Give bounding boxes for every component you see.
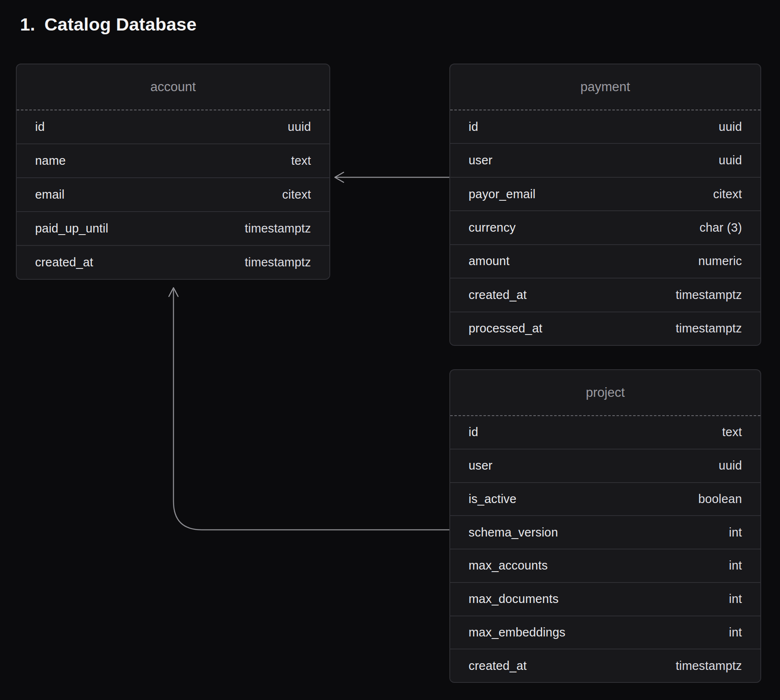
field-row[interactable]: schema_version int <box>450 515 760 549</box>
page-title-text: Catalog Database <box>44 14 196 35</box>
field-row[interactable]: id text <box>450 416 760 449</box>
diagram-canvas: 1. Catalog Database account id uuid name… <box>0 0 780 700</box>
field-row[interactable]: user uuid <box>450 449 760 482</box>
field-row[interactable]: created_at timestamptz <box>450 649 760 682</box>
field-type: int <box>729 559 742 572</box>
table-rows-payment: id uuid user uuid payor_email citext cur… <box>450 110 760 345</box>
field-type: int <box>729 592 742 606</box>
field-name: max_documents <box>469 592 558 606</box>
table-header-account[interactable]: account <box>17 64 329 110</box>
field-type: text <box>291 154 311 168</box>
field-type: timestamptz <box>675 659 742 673</box>
field-name: currency <box>469 221 516 235</box>
field-row[interactable]: is_active boolean <box>450 482 760 516</box>
field-row[interactable]: created_at timestamptz <box>17 245 329 279</box>
field-name: created_at <box>469 288 527 302</box>
field-type: citext <box>713 187 742 201</box>
table-header-payment[interactable]: payment <box>450 64 760 110</box>
field-name: id <box>469 425 478 439</box>
field-row[interactable]: created_at timestamptz <box>450 278 760 311</box>
field-name: paid_up_until <box>35 222 108 235</box>
field-name: email <box>35 188 64 202</box>
table-card-project[interactable]: project id text user uuid is_active bool… <box>449 369 761 683</box>
field-type: boolean <box>698 492 742 506</box>
field-name: processed_at <box>469 322 543 335</box>
field-type: int <box>729 626 742 639</box>
field-type: uuid <box>719 120 742 134</box>
field-type: int <box>729 526 742 539</box>
field-row[interactable]: id uuid <box>450 110 760 143</box>
field-type: char (3) <box>699 221 742 235</box>
field-name: amount <box>469 254 510 268</box>
field-row[interactable]: name text <box>17 143 329 177</box>
field-row[interactable]: paid_up_until timestamptz <box>17 211 329 245</box>
arrowhead-payment-account-icon <box>335 172 344 182</box>
field-row[interactable]: max_documents int <box>450 582 760 616</box>
field-name: id <box>469 120 478 134</box>
table-card-account[interactable]: account id uuid name text email citext p… <box>16 64 330 280</box>
table-name: account <box>150 79 196 95</box>
relationship-arrow-project-account <box>173 289 451 530</box>
field-name: payor_email <box>469 187 535 201</box>
field-row[interactable]: payor_email citext <box>450 177 760 210</box>
table-name: project <box>586 385 625 400</box>
arrowhead-project-account-icon <box>169 288 178 296</box>
table-header-project[interactable]: project <box>450 370 760 416</box>
field-type: text <box>722 425 742 439</box>
field-name: max_embeddings <box>469 626 566 639</box>
field-type: timestamptz <box>245 222 311 235</box>
field-row[interactable]: currency char (3) <box>450 210 760 244</box>
field-type: citext <box>282 188 311 202</box>
field-row[interactable]: email citext <box>17 177 329 211</box>
field-name: is_active <box>469 492 517 506</box>
field-row[interactable]: amount numeric <box>450 244 760 278</box>
field-name: name <box>35 154 66 168</box>
field-name: max_accounts <box>469 559 548 572</box>
field-name: user <box>469 153 492 167</box>
field-row[interactable]: max_embeddings int <box>450 616 760 649</box>
field-name: user <box>469 459 492 473</box>
field-type: uuid <box>719 459 742 473</box>
table-rows-account: id uuid name text email citext paid_up_u… <box>17 110 329 279</box>
table-rows-project: id text user uuid is_active boolean sche… <box>450 416 760 682</box>
field-type: timestamptz <box>675 288 742 302</box>
field-type: uuid <box>719 153 742 167</box>
field-name: id <box>35 120 45 134</box>
field-type: numeric <box>698 254 742 268</box>
table-card-payment[interactable]: payment id uuid user uuid payor_email ci… <box>449 64 761 346</box>
field-name: schema_version <box>469 526 558 539</box>
field-type: uuid <box>288 120 311 134</box>
table-name: payment <box>581 79 630 95</box>
field-type: timestamptz <box>675 322 742 335</box>
field-row[interactable]: user uuid <box>450 143 760 176</box>
field-row[interactable]: id uuid <box>17 110 329 143</box>
field-name: created_at <box>35 255 93 269</box>
field-row[interactable]: max_accounts int <box>450 549 760 582</box>
field-name: created_at <box>469 659 527 673</box>
page-title-number: 1. <box>20 14 35 35</box>
field-row[interactable]: processed_at timestamptz <box>450 312 760 345</box>
page-title: 1. Catalog Database <box>20 14 196 35</box>
field-type: timestamptz <box>245 255 311 269</box>
